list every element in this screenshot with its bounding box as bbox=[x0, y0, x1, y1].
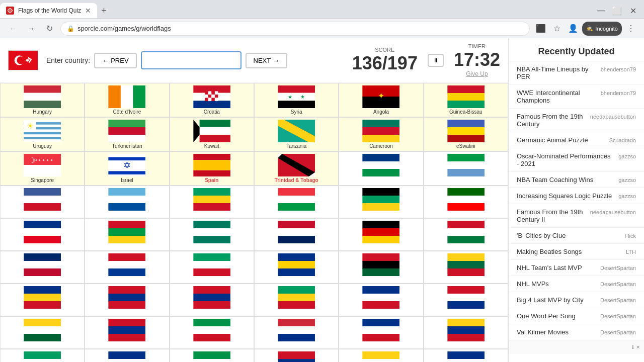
flag-cell[interactable] bbox=[254, 251, 339, 284]
flag-cell[interactable]: Croatia bbox=[170, 83, 254, 117]
flag-cell[interactable] bbox=[254, 349, 339, 362]
flag-cell[interactable]: Hungary bbox=[0, 83, 85, 117]
flag-cell[interactable] bbox=[170, 186, 254, 218]
flag-cell[interactable] bbox=[339, 349, 423, 362]
flag-cell[interactable]: ✦Angola bbox=[339, 83, 423, 117]
sidebar-item[interactable]: Making Beatles SongsLTH bbox=[509, 244, 644, 260]
forward-button[interactable]: → bbox=[24, 22, 38, 36]
answer-input[interactable] bbox=[141, 51, 242, 69]
flag-cell[interactable] bbox=[254, 316, 339, 349]
flag-cell[interactable]: Trinidad & Tobago bbox=[254, 151, 339, 186]
prev-button[interactable]: ← PREV bbox=[94, 53, 136, 68]
flag-cell[interactable]: Kuwait bbox=[170, 117, 254, 151]
flag-cell[interactable] bbox=[254, 186, 339, 218]
sidebar-item[interactable]: Big 4 Last MVP by CityDesertSpartan bbox=[509, 292, 644, 308]
svg-rect-187 bbox=[278, 359, 315, 362]
flag-cell[interactable]: ★★Syria bbox=[254, 83, 339, 117]
minimize-button[interactable]: — bbox=[594, 4, 608, 18]
flag-cell[interactable] bbox=[0, 316, 85, 349]
flag-cell[interactable] bbox=[170, 251, 254, 284]
sidebar-item[interactable]: NHL Team's Last MVPDesertSpartan bbox=[509, 260, 644, 276]
flag-cell[interactable] bbox=[254, 284, 339, 316]
flag-cell[interactable] bbox=[85, 251, 169, 284]
flag-image bbox=[87, 286, 167, 309]
sidebar-item[interactable]: WWE Intercontinental Championsbhenderson… bbox=[509, 85, 644, 109]
flag-cell[interactable] bbox=[170, 349, 254, 362]
tab-close-button[interactable]: ✕ bbox=[85, 7, 91, 15]
flag-cell[interactable]: ☽✦ ✦ ✦ ✦ ✦Singapore bbox=[0, 151, 85, 186]
menu-button[interactable]: ⋮ bbox=[624, 22, 638, 36]
flag-cell[interactable]: Turkmenistan bbox=[85, 117, 169, 151]
flag-country-name: Cameroon bbox=[369, 143, 393, 149]
flag-cell[interactable] bbox=[254, 218, 339, 251]
give-up-link[interactable]: Give Up bbox=[466, 70, 488, 77]
extensions-button[interactable]: ⬛ bbox=[534, 22, 548, 36]
sidebar-item[interactable]: NBA Team Coaching Winsgazzso bbox=[509, 172, 644, 188]
flag-cell[interactable] bbox=[170, 218, 254, 251]
address-bar[interactable]: 🔒 sporcle.com/games/g/worldflags bbox=[60, 22, 530, 36]
flag-cell[interactable] bbox=[339, 251, 423, 284]
svg-rect-153 bbox=[363, 286, 400, 294]
flag-cell[interactable] bbox=[85, 218, 169, 251]
sidebar-item[interactable]: 'B' Cities by ClueFlick bbox=[509, 228, 644, 244]
sidebar-item[interactable]: Famous From the 19th Centuryneedapausebu… bbox=[509, 109, 644, 132]
flag-cell[interactable] bbox=[170, 316, 254, 349]
flag-cell[interactable] bbox=[424, 284, 508, 316]
flag-cell[interactable] bbox=[0, 186, 85, 218]
flag-cell[interactable] bbox=[0, 251, 85, 284]
flag-cell[interactable]: Tanzania bbox=[254, 117, 339, 151]
active-tab[interactable]: Flags of the World Quiz ✕ bbox=[0, 3, 97, 18]
sidebar-item-author: bhenderson79 bbox=[601, 66, 636, 72]
flag-cell[interactable] bbox=[339, 186, 423, 218]
flag-cell[interactable] bbox=[85, 316, 169, 349]
sidebar-item[interactable]: Oscar-Nominated Performances - 2021gazzs… bbox=[509, 148, 644, 172]
flag-cell[interactable] bbox=[424, 316, 508, 349]
sidebar-item[interactable]: Increasing Squares Logic Puzzlegazzso bbox=[509, 188, 644, 204]
flag-cell[interactable] bbox=[424, 349, 508, 362]
next-button[interactable]: NEXT → bbox=[246, 53, 288, 68]
sidebar-item[interactable]: Val Kilmer MoviesDesertSpartan bbox=[509, 324, 644, 340]
pause-button[interactable]: ⏸ bbox=[428, 54, 444, 67]
sidebar-item[interactable]: NHL MVPsDesertSpartan bbox=[509, 276, 644, 292]
flag-cell[interactable] bbox=[339, 151, 423, 186]
ad-info-icon[interactable]: ℹ bbox=[632, 344, 634, 350]
close-window-button[interactable]: ✕ bbox=[626, 4, 640, 18]
sidebar-item[interactable]: One Word Per SongDesertSpartan bbox=[509, 308, 644, 324]
flag-cell[interactable] bbox=[85, 186, 169, 218]
new-tab-button[interactable]: + bbox=[97, 6, 111, 16]
flag-cell[interactable] bbox=[0, 218, 85, 251]
flag-cell[interactable]: ✡Israel bbox=[85, 151, 169, 186]
flag-cell[interactable] bbox=[0, 349, 85, 362]
flag-cell[interactable] bbox=[0, 284, 85, 316]
flag-cell[interactable]: Cameroon bbox=[339, 117, 423, 151]
flag-cell[interactable] bbox=[85, 349, 169, 362]
back-button[interactable]: ← bbox=[6, 22, 20, 36]
maximize-button[interactable]: ⬜ bbox=[610, 4, 624, 18]
bookmark-button[interactable]: ☆ bbox=[550, 22, 564, 36]
flag-cell[interactable] bbox=[424, 151, 508, 186]
flag-cell[interactable] bbox=[424, 186, 508, 218]
sidebar-item[interactable]: Famous From the 19th Century IIneedapaus… bbox=[509, 204, 644, 228]
flag-cell[interactable] bbox=[170, 284, 254, 316]
flag-cell[interactable]: Côte d'Ivoire bbox=[85, 83, 169, 117]
flag-cell[interactable] bbox=[339, 218, 423, 251]
flag-cell[interactable] bbox=[85, 284, 169, 316]
flag-cell[interactable] bbox=[424, 251, 508, 284]
flag-image bbox=[172, 286, 252, 309]
reload-button[interactable]: ↻ bbox=[42, 22, 56, 36]
flag-cell[interactable] bbox=[339, 284, 423, 316]
flag-cell[interactable] bbox=[339, 316, 423, 349]
svg-rect-19 bbox=[205, 95, 208, 98]
svg-rect-83 bbox=[363, 169, 400, 176]
profile-button[interactable]: 👤 bbox=[566, 22, 580, 36]
sidebar-item[interactable]: Germanic Animal PuzzleScuadrado bbox=[509, 132, 644, 148]
flag-cell[interactable]: Spain bbox=[170, 151, 254, 186]
flag-cell[interactable]: ☀Uruguay bbox=[0, 117, 85, 151]
flag-country-name: eSwatini bbox=[456, 143, 475, 149]
ad-close-button[interactable]: ✕ bbox=[636, 344, 640, 350]
flag-cell[interactable]: eSwatini bbox=[424, 117, 508, 151]
flag-cell[interactable]: Guinea-Bissau bbox=[424, 83, 508, 117]
flag-cell[interactable] bbox=[424, 218, 508, 251]
sidebar-item-title: Famous From the 19th Century II bbox=[517, 208, 586, 223]
sidebar-item[interactable]: NBA All-Time Lineups by PERbhenderson79 bbox=[509, 61, 644, 85]
